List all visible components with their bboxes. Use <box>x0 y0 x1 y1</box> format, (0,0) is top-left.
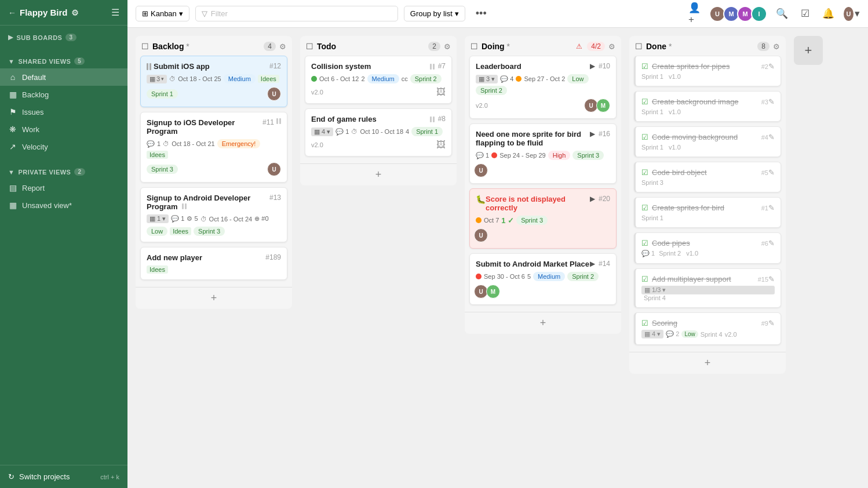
sidebar-item-work[interactable]: ❋ Work <box>0 121 127 138</box>
check-button[interactable]: ☑ <box>796 5 814 23</box>
play-icon3[interactable]: ▶ <box>590 195 595 203</box>
card-11-bars <box>276 118 281 124</box>
priority-medium-badge2: Medium <box>367 74 399 83</box>
card-11-avatars: U <box>269 162 281 176</box>
shared-views-header[interactable]: ▼ SHARED VIEWS 5 <box>0 54 127 68</box>
sidebar-item-issues[interactable]: ⚑ Issues <box>0 103 127 121</box>
card-14-title: Submit to Android Market Place <box>476 260 590 268</box>
done-column-title: Done * <box>646 42 754 51</box>
column-backlog: ☐ Backlog * 4 ⚙ Submit iOS app <box>136 36 292 309</box>
collapse-done-icon[interactable]: ☐ <box>635 42 643 51</box>
edit-icon-4[interactable]: ✎ <box>768 133 775 141</box>
edit-icon-5[interactable]: ✎ <box>768 168 775 177</box>
sidebar-item-label: Default <box>22 73 46 82</box>
collapse-doing-icon[interactable]: ☐ <box>471 42 478 51</box>
edit-icon-15[interactable]: ✎ <box>768 275 775 283</box>
more-options-button[interactable]: ••• <box>471 5 491 23</box>
done-card-4-meta: Sprint 1 v1.0 <box>641 144 775 151</box>
play-icon[interactable]: ▶ <box>590 62 595 70</box>
card-13-badges: Low Idees Sprint 3 <box>147 227 225 236</box>
done-card-15-title: Add multiplayer support <box>652 275 731 283</box>
column-todo-header: ☐ Todo 2 ⚙ <box>300 36 457 56</box>
card-9-progress[interactable]: ▦ 4 ▾ <box>641 330 663 338</box>
card-12-top: Submit iOS app #12 <box>147 62 281 71</box>
add-backlog-card-button[interactable]: + <box>136 287 292 309</box>
card-8-progress[interactable]: ▦ 4 ▾ <box>311 128 333 136</box>
card-189-id: #189 <box>265 253 281 261</box>
card-7-image-icon[interactable]: 🖼 <box>436 87 446 97</box>
private-views-header[interactable]: ▼ PRIVATE VIEWS 2 <box>0 165 127 179</box>
menu-icon[interactable]: ☰ <box>111 7 119 18</box>
doing-settings-icon[interactable]: ⚙ <box>608 42 615 51</box>
edit-icon-6[interactable]: ✎ <box>768 239 775 247</box>
collapse-todo-icon[interactable]: ☐ <box>306 42 313 51</box>
done-card-2-meta: Sprint 1 v1.0 <box>641 73 775 80</box>
collapse-backlog-icon[interactable]: ☐ <box>141 42 149 51</box>
done-card-15-meta: ▦ 1/3 ▾ Sprint 4 <box>641 286 775 301</box>
switch-projects[interactable]: ↻ Switch projects ctrl + k <box>0 465 127 488</box>
card-20-avatars: U <box>476 228 488 242</box>
filter-icon: ▽ <box>202 9 207 18</box>
check-icon-1: ☑ <box>641 203 648 212</box>
edit-icon-1[interactable]: ✎ <box>768 203 775 212</box>
shared-views-count: 5 <box>74 57 85 65</box>
add-todo-card-button[interactable]: + <box>300 163 457 185</box>
sidebar-item-default[interactable]: ⌂ Default <box>0 68 127 86</box>
dot-red <box>491 152 497 158</box>
done-card-6-meta: 💬 1 Sprint 2 v1.0 <box>641 250 775 257</box>
topbar: ⊞ Kanban ▾ ▽ Filter Group by list ▾ ••• … <box>127 0 868 28</box>
sidebar-item-velocity[interactable]: ↗ Velocity <box>0 138 127 155</box>
backlog-settings-icon[interactable]: ⚙ <box>279 42 286 51</box>
card-10-footer: v2.0 U M <box>476 99 610 112</box>
back-icon[interactable]: ← <box>8 8 16 17</box>
sidebar-item-report[interactable]: ▤ Report <box>0 179 127 196</box>
card-13-progress[interactable]: ▦ 1 ▾ <box>147 214 169 223</box>
sidebar-item-unsaved[interactable]: ▦ Unsaved view* <box>0 196 127 214</box>
bell-button[interactable]: 🔔 <box>819 5 837 23</box>
profile-button[interactable]: U ▾ <box>843 5 860 23</box>
card-8-image-icon[interactable]: 🖼 <box>436 140 446 150</box>
chevron-right-icon: ▶ <box>8 34 13 41</box>
card-8-id: #8 <box>438 115 446 123</box>
sidebar-item-label: Unsaved view* <box>22 201 72 210</box>
card-189-title: Add new player <box>147 253 262 262</box>
filter-input-area[interactable]: ▽ Filter <box>195 6 398 21</box>
sub-boards-count: 3 <box>65 34 76 41</box>
card-14-footer: U M <box>476 285 610 298</box>
settings-icon[interactable]: ⚙ <box>71 8 79 17</box>
edit-icon-3[interactable]: ✎ <box>768 97 775 106</box>
add-column-button[interactable]: + <box>794 36 823 65</box>
edit-icon-2[interactable]: ✎ <box>768 62 775 71</box>
column-done-header: ☐ Done * 8 ⚙ <box>629 36 786 56</box>
play-icon2[interactable]: ▶ <box>590 130 595 138</box>
sidebar-item-label: Work <box>22 125 39 134</box>
app-title-area: ← Flappy Bird ⚙ <box>8 8 79 17</box>
switch-projects-left: ↻ Switch projects <box>8 472 70 481</box>
add-member-button[interactable]: 👤+ <box>688 5 706 23</box>
done-card-1-id: #1 <box>761 205 768 212</box>
sub-boards-label: SUB BOARDS <box>17 34 63 41</box>
todo-settings-icon[interactable]: ⚙ <box>444 42 451 51</box>
done-settings-icon[interactable]: ⚙ <box>773 42 780 51</box>
groupby-button[interactable]: Group by list ▾ <box>404 6 465 21</box>
card-12-avatar: U <box>267 87 281 101</box>
play-icon4[interactable]: ▶ <box>590 260 595 268</box>
card-10-progress[interactable]: ▦ 3 ▾ <box>476 75 498 83</box>
sprint-1-badge: Sprint 1 <box>147 89 178 99</box>
sub-boards-header[interactable]: ▶ SUB BOARDS 3 <box>0 30 127 45</box>
card-12-progress[interactable]: ▦ 3 ▾ <box>147 75 167 83</box>
done-card-3-meta: Sprint 1 v1.0 <box>641 108 775 115</box>
add-doing-card-button[interactable]: + <box>465 312 621 334</box>
add-done-card-button[interactable]: + <box>629 352 786 374</box>
kanban-view-button[interactable]: ⊞ Kanban ▾ <box>136 6 189 21</box>
edit-icon-9[interactable]: ✎ <box>768 319 775 327</box>
card-15-progress[interactable]: ▦ 1/3 ▾ <box>641 286 775 294</box>
card-8-version: v2.0 <box>311 141 323 148</box>
unsaved-icon: ▦ <box>8 201 17 210</box>
sprint-3d-badge: Sprint 3 <box>516 216 548 225</box>
search-button[interactable]: 🔍 <box>773 5 790 23</box>
check-icon-4: ☑ <box>641 133 648 141</box>
sidebar-item-backlog[interactable]: ▦ Backlog <box>0 86 127 103</box>
avatar-b: M <box>596 99 610 112</box>
card-189-top: Add new player #189 <box>147 253 281 262</box>
